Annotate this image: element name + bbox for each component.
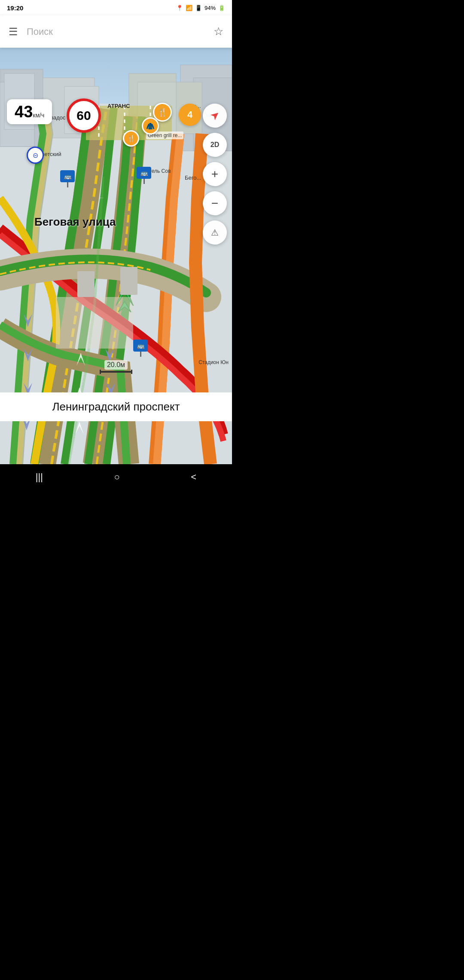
distance-text: 20.0м bbox=[104, 360, 128, 370]
street-name-bottom: Ленинградский проспект bbox=[0, 392, 232, 421]
view-2d-label: 2D bbox=[211, 141, 219, 149]
signal-icon: 📱 bbox=[195, 5, 202, 11]
warning-icon: ⚠ bbox=[211, 227, 219, 238]
bego-label: Бего... bbox=[185, 175, 201, 181]
map-container[interactable]: 43км/ч 60 АТРАНС Кальвадос Советский Бег… bbox=[0, 48, 232, 464]
cluster-count: 4 bbox=[187, 109, 192, 120]
stadium-label: Стадион Юн bbox=[198, 359, 229, 365]
bus-stop-left: 🚌 bbox=[60, 170, 75, 187]
bus-stop-right: 🚌 bbox=[137, 167, 151, 184]
speed-limit-sign: 60 bbox=[67, 98, 101, 133]
zoom-out-button[interactable]: − bbox=[203, 191, 227, 215]
warning-button[interactable]: ⚠ bbox=[203, 220, 227, 245]
status-bar: 19:20 📍 📶 📱 94% 🔋 bbox=[0, 0, 232, 15]
distance-indicator: 20.0м bbox=[100, 360, 132, 374]
wifi-icon: 📶 bbox=[186, 5, 192, 11]
svg-rect-28 bbox=[120, 267, 137, 295]
speed-display: 43км/ч bbox=[7, 99, 52, 124]
zoom-in-button[interactable]: + bbox=[203, 162, 227, 186]
cluster-badge[interactable]: 4 bbox=[179, 104, 201, 126]
compass-button[interactable]: ➤ bbox=[203, 104, 227, 128]
poi-metro: ⊝ bbox=[27, 147, 44, 164]
zoom-out-icon: − bbox=[211, 196, 218, 210]
bus-stop-bottom: 🚌 bbox=[133, 340, 148, 357]
status-time: 19:20 bbox=[7, 4, 23, 12]
view-2d-button[interactable]: 2D bbox=[203, 133, 227, 157]
speed-unit: км/ч bbox=[33, 112, 44, 119]
poi-food-middle: 🍴 bbox=[123, 130, 139, 147]
svg-rect-29 bbox=[56, 297, 133, 349]
nav-back[interactable]: < bbox=[182, 467, 205, 487]
current-speed: 43 bbox=[15, 103, 33, 121]
search-input-placeholder[interactable]: Поиск bbox=[27, 26, 205, 37]
battery-icon: 🔋 bbox=[218, 5, 225, 11]
battery-text: 94% bbox=[205, 5, 216, 11]
compass-icon: ➤ bbox=[208, 109, 222, 122]
zoom-in-icon: + bbox=[211, 167, 218, 181]
nav-home[interactable]: ○ bbox=[106, 467, 128, 487]
search-bar: ☰ Поиск ☆ bbox=[0, 15, 232, 48]
nav-recent-apps[interactable]: ||| bbox=[27, 467, 52, 487]
favorites-icon[interactable]: ☆ bbox=[214, 25, 223, 38]
menu-icon[interactable]: ☰ bbox=[9, 26, 18, 38]
atrans-label: АТРАНС bbox=[107, 103, 130, 109]
status-icons: 📍 📶 📱 94% 🔋 bbox=[176, 5, 225, 11]
begovaya-street-label: Беговая улица bbox=[34, 215, 116, 229]
poi-clothes: 🧥 bbox=[142, 117, 159, 135]
street-name-text: Ленинградский проспект bbox=[52, 400, 180, 413]
svg-rect-27 bbox=[77, 271, 95, 297]
location-icon: 📍 bbox=[176, 5, 183, 11]
bottom-nav: ||| ○ < bbox=[0, 464, 232, 490]
speed-limit-value: 60 bbox=[76, 108, 91, 123]
map-controls: ➤ 2D + − ⚠ bbox=[203, 104, 227, 245]
